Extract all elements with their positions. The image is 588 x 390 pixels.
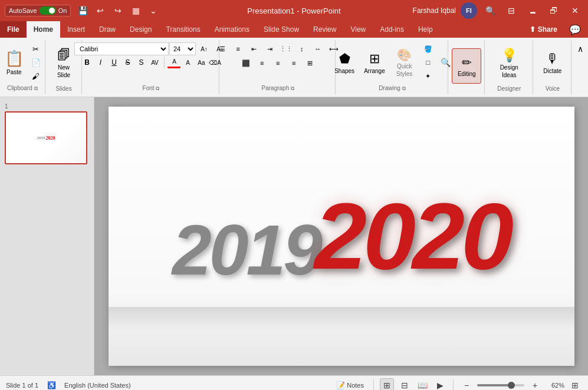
para-row1: ☰ ≡ ⇤ ⇥ ⋮⋮ ↕ ↔ ⟷: [215, 42, 341, 55]
indent-decrease[interactable]: ⇤: [247, 42, 262, 55]
slide-sorter-button[interactable]: ⊟: [398, 378, 412, 391]
save-button[interactable]: 💾: [74, 2, 91, 19]
share-button[interactable]: ⬆ Share: [524, 21, 563, 38]
close-button[interactable]: ✕: [567, 2, 583, 19]
minimize-button[interactable]: 🗕: [524, 2, 541, 19]
tab-help[interactable]: Help: [411, 21, 440, 38]
dictate-button[interactable]: 🎙 Dictate: [536, 45, 569, 81]
paste-button[interactable]: 📋 Paste: [1, 45, 27, 80]
align-left[interactable]: ⬛: [238, 57, 254, 70]
app-title: Presentation1 - PowerPoint: [198, 6, 390, 15]
customize-button[interactable]: ⌄: [145, 2, 162, 19]
avatar[interactable]: FI: [461, 2, 477, 19]
title-bar-right: Farshad Iqbal FI 🔍 ⊟ 🗕 🗗 ✕: [390, 2, 583, 19]
zoom-in-button[interactable]: +: [528, 378, 542, 391]
slides-group-content: 🗐 New Slide: [52, 42, 75, 83]
title-bar-left: AutoSave On 💾 ↩ ↪ ▦ ⌄: [5, 2, 198, 19]
slide-content[interactable]: 2019 2020: [109, 107, 574, 366]
smartart-button[interactable]: ⊞: [302, 57, 317, 70]
align-center[interactable]: ≡: [254, 57, 270, 70]
voice-group-content: 🎙 Dictate: [536, 42, 569, 83]
paragraph-expand[interactable]: ⧉: [291, 85, 294, 91]
editing-button[interactable]: ✏ Editing: [452, 48, 481, 84]
tab-home[interactable]: Home: [27, 21, 60, 38]
fill-button[interactable]: 🪣: [421, 42, 436, 55]
columns-button[interactable]: ⋮⋮: [278, 42, 294, 55]
linespacing-button[interactable]: ↕: [294, 42, 310, 55]
fontcolor-button[interactable]: A: [167, 57, 180, 68]
numbering-button[interactable]: ≡: [231, 42, 246, 55]
undo-button[interactable]: ↩: [92, 2, 109, 19]
reading-view-button[interactable]: 📖: [415, 378, 429, 391]
tab-draw[interactable]: Draw: [92, 21, 123, 38]
zoom-track: [477, 384, 510, 386]
tab-transitions[interactable]: Transitions: [159, 21, 207, 38]
charspacing-button[interactable]: AV: [148, 57, 161, 68]
font-group-content: Calibri 24 A↑ A↓ B I U S S AV A: [88, 42, 215, 82]
accessibility-button[interactable]: ♿: [44, 378, 58, 391]
zoom-thumb[interactable]: [508, 382, 515, 389]
increase-font-button[interactable]: A↑: [196, 42, 212, 55]
font-size-select[interactable]: 24: [169, 42, 196, 55]
slideshow-button[interactable]: ▶: [433, 378, 447, 391]
font-row2: B I U S S AV A A Aa ⌫A: [80, 57, 221, 68]
drawing-expand[interactable]: ⧉: [402, 85, 406, 91]
slides-label: Slides: [55, 83, 71, 92]
arrange-button[interactable]: ⊞ Arrange: [360, 45, 389, 80]
year-new-text: 2020: [314, 182, 510, 290]
bold-button[interactable]: B: [80, 57, 93, 68]
zoom-out-button[interactable]: −: [459, 378, 474, 391]
restore-button[interactable]: 🗗: [546, 2, 562, 19]
slide-info: Slide 1 of 1: [6, 382, 38, 389]
fontsize-label[interactable]: Aa: [195, 57, 208, 68]
notes-button[interactable]: 📝 Notes: [333, 378, 367, 391]
fit-slide-button[interactable]: ⊞: [568, 378, 582, 391]
bullets-button[interactable]: ☰: [215, 42, 230, 55]
font-expand[interactable]: ⧉: [156, 85, 159, 91]
highlight-button[interactable]: A: [181, 57, 194, 68]
tab-file[interactable]: File: [0, 21, 27, 38]
autosave-badge[interactable]: AutoSave On: [5, 5, 71, 16]
tab-review[interactable]: Review: [306, 21, 343, 38]
tab-animations[interactable]: Animations: [208, 21, 257, 38]
main-area: 1 2019 2020 2019 2020: [0, 97, 588, 375]
presentation-button[interactable]: ▦: [127, 2, 144, 19]
zoom-slider[interactable]: [477, 384, 524, 386]
textshadow-button[interactable]: S: [134, 57, 147, 68]
outline-button[interactable]: □: [421, 56, 436, 69]
tab-view[interactable]: View: [343, 21, 373, 38]
align-justify[interactable]: ≡: [286, 57, 301, 70]
redo-button[interactable]: ↪: [110, 2, 126, 19]
design-ideas-button[interactable]: 💡 Design Ideas: [488, 45, 530, 81]
search-button[interactable]: 🔍: [482, 2, 498, 19]
normal-view-button[interactable]: ⊞: [380, 378, 394, 391]
cut-button[interactable]: ✂: [28, 42, 44, 55]
effects-button[interactable]: ✦: [421, 70, 436, 82]
format-painter-button[interactable]: 🖌: [28, 70, 44, 82]
shapes-button[interactable]: ⬟ Shapes: [331, 45, 358, 80]
slide-thumbnail[interactable]: 2019 2020: [5, 111, 87, 164]
tab-addins[interactable]: Add-ins: [373, 21, 411, 38]
align-right[interactable]: ≡: [270, 57, 285, 70]
ribbon-display-btn[interactable]: ⊟: [503, 2, 520, 19]
collapse-ribbon-button[interactable]: ∧: [573, 42, 588, 55]
status-left: Slide 1 of 1 ♿ English (United States): [6, 378, 333, 391]
tab-insert[interactable]: Insert: [60, 21, 92, 38]
font-name-select[interactable]: Calibri: [74, 42, 169, 55]
autosave-toggle[interactable]: [40, 6, 56, 15]
strikethrough-button[interactable]: S: [121, 57, 134, 68]
copy-button[interactable]: 📄: [28, 56, 44, 69]
clipboard-expand[interactable]: ⧉: [34, 85, 38, 91]
tab-slideshow[interactable]: Slide Show: [257, 21, 306, 38]
italic-button[interactable]: I: [94, 57, 107, 68]
new-slide-button[interactable]: 🗐 New Slide: [52, 45, 75, 81]
underline-button[interactable]: U: [107, 57, 120, 68]
title-bar: AutoSave On 💾 ↩ ↪ ▦ ⌄ Presentation1 - Po…: [0, 0, 588, 21]
clear-format-button[interactable]: ⌫A: [208, 57, 221, 68]
indent-increase[interactable]: ⇥: [262, 42, 278, 55]
quick-styles-button[interactable]: 🎨 Quick Styles: [391, 45, 418, 80]
tab-design[interactable]: Design: [123, 21, 159, 38]
direction-button[interactable]: ↔: [310, 42, 326, 55]
slide-icon: 🗐: [57, 48, 70, 63]
comments-button[interactable]: 💬: [567, 21, 583, 38]
